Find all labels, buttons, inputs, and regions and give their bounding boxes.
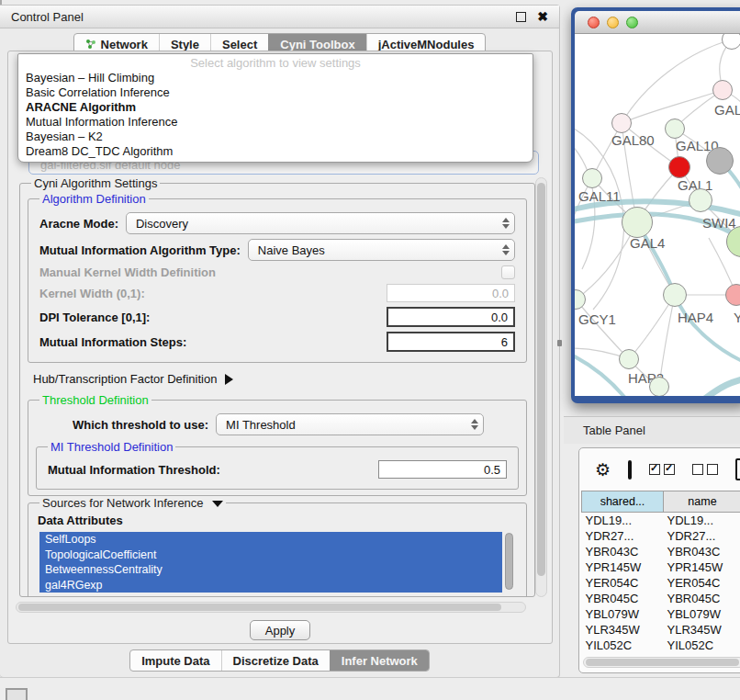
- manual-kernel-checkbox[interactable]: [501, 265, 515, 279]
- expand-right-icon: [225, 374, 233, 385]
- algorithm-option[interactable]: Bayesian – Hill Climbing: [18, 71, 533, 85]
- table-toolbar: ⚙: [579, 448, 740, 491]
- settings-horizontal-scrollbar[interactable]: [16, 602, 526, 613]
- kernel-width-field[interactable]: 0.0: [387, 284, 515, 302]
- table-row[interactable]: YDR27...YDR27...12: [582, 528, 740, 544]
- algorithm-option[interactable]: ARACNE Algorithm: [18, 100, 533, 115]
- table-panel-title: Table Panel: [583, 423, 645, 437]
- gear-icon[interactable]: ⚙: [595, 461, 611, 479]
- table-cell: YIL052C: [664, 638, 740, 653]
- node-attribute-table: shared...name YDL19...YDL19...13YDR27...…: [581, 491, 740, 653]
- column-header-name[interactable]: name: [664, 491, 740, 513]
- algorithm-option[interactable]: Bayesian – K2: [18, 130, 533, 144]
- node-gal10[interactable]: [665, 119, 685, 139]
- tab-impute-data[interactable]: Impute Data: [130, 650, 220, 671]
- mi-type-row: Mutual Information Algorithm Type: Naive…: [39, 239, 515, 261]
- data-attributes-list[interactable]: SelfLoopsTopologicalCoefficientBetweenne…: [39, 532, 515, 596]
- table-panel-header: Table Panel: [564, 416, 740, 444]
- mi-steps-row: Mutual Information Steps: 6: [39, 332, 515, 352]
- table-row[interactable]: YDL19...YDL19...13: [582, 513, 740, 529]
- mi-steps-field[interactable]: 6: [387, 332, 515, 352]
- data-attributes-label: Data Attributes: [38, 514, 517, 527]
- node-hap2[interactable]: [619, 349, 639, 369]
- node-gal80[interactable]: [611, 113, 632, 133]
- table-row[interactable]: YPR145WYPR145W9.: [582, 559, 740, 575]
- table-cell: YDR27...: [582, 528, 664, 544]
- algorithm-option[interactable]: Dream8 DC_TDC Algorithm: [18, 144, 533, 159]
- column-header-shared[interactable]: shared...: [582, 491, 664, 513]
- column-layout-icon[interactable]: [628, 460, 632, 480]
- cyni-toolbox-panel: Select algorithm to view settings Bayesi…: [7, 51, 553, 644]
- node-gal-top[interactable]: [712, 80, 733, 100]
- node-unlabeled-bottom[interactable]: [649, 377, 669, 396]
- table-cell: YIL052C: [582, 638, 664, 653]
- sources-legend: Sources for Network Inference: [39, 496, 226, 510]
- mi-threshold-field[interactable]: 0.5: [378, 460, 507, 479]
- select-all-checkboxes-icon[interactable]: [649, 464, 675, 475]
- algorithm-dropdown-list[interactable]: Select algorithm to view settings Bayesi…: [17, 53, 533, 163]
- table-cell: YBR045C: [664, 591, 740, 606]
- scrollbar-thumb[interactable]: [18, 604, 501, 611]
- close-icon[interactable]: ✖: [537, 10, 548, 23]
- stepper-icon: [466, 419, 483, 430]
- tab-label: Impute Data: [141, 654, 209, 668]
- node-swi4-label: SWI4: [702, 215, 736, 231]
- attribute-list-item[interactable]: SelfLoops: [39, 532, 502, 548]
- collapse-down-icon[interactable]: [212, 501, 223, 507]
- restore-panel-icon[interactable]: [6, 688, 28, 700]
- table-body: YDL19...YDL19...13YDR27...YDR27...12YBR0…: [582, 513, 740, 654]
- attribute-list-item[interactable]: TopologicalCoefficient: [39, 548, 502, 563]
- list-scrollbar[interactable]: [505, 533, 513, 590]
- table-row[interactable]: YLR345WYLR345W9.: [582, 622, 740, 638]
- node-green-mid[interactable]: [689, 188, 712, 212]
- table-row[interactable]: YBR045CYBR045C9.: [582, 591, 740, 606]
- deselect-all-checkboxes-icon[interactable]: [692, 464, 718, 475]
- scrollbar-thumb[interactable]: [537, 183, 545, 576]
- aracne-mode-value: Discovery: [127, 217, 498, 231]
- export-table-icon[interactable]: [735, 458, 740, 480]
- tab-label: Cyni Toolbox: [280, 38, 354, 51]
- tab-discretize-data[interactable]: Discretize Data: [221, 650, 330, 671]
- aracne-mode-select[interactable]: Discovery: [126, 212, 515, 234]
- table-row[interactable]: YBR043CYBR043C: [582, 544, 740, 559]
- close-traffic-light-icon[interactable]: [588, 17, 600, 28]
- table-row[interactable]: YER054CYER054C8.: [582, 575, 740, 591]
- which-threshold-select[interactable]: MI Threshold: [216, 413, 484, 435]
- manual-kernel-label: Manual Kernel Width Definition: [39, 265, 216, 279]
- table-cell: YDR27...: [664, 528, 740, 544]
- mi-algorithm-type-select[interactable]: Naive Bayes: [248, 239, 515, 261]
- bottom-tabbar: Impute DataDiscretize DataInfer Network: [129, 649, 430, 672]
- hub-definition-expander[interactable]: Hub/Transcription Factor Definition: [33, 372, 521, 386]
- node-gal4-label: GAL4: [630, 235, 665, 251]
- table-horizontal-scrollbar[interactable]: [583, 657, 740, 668]
- algorithm-dropdown-prompt: Select algorithm to view settings: [18, 54, 533, 71]
- dpi-tolerance-field[interactable]: 0.0: [387, 307, 515, 327]
- node-gal11[interactable]: [582, 168, 602, 188]
- apply-button[interactable]: Apply: [250, 620, 310, 640]
- node-unlabeled-top[interactable]: [722, 34, 740, 50]
- zoom-traffic-light-icon[interactable]: [626, 17, 638, 28]
- node-hap4[interactable]: [663, 283, 687, 307]
- minimize-traffic-light-icon[interactable]: [607, 17, 619, 28]
- scrollbar-thumb[interactable]: [586, 659, 739, 666]
- algorithm-option[interactable]: Basic Correlation Inference: [18, 85, 533, 100]
- algorithm-option[interactable]: Mutual Information Inference: [18, 115, 533, 130]
- panel-splitter-handle[interactable]: [557, 340, 562, 346]
- node-gal4[interactable]: [622, 207, 653, 238]
- node-gal1-red[interactable]: [668, 156, 690, 178]
- attribute-list-item[interactable]: gal4RGexp: [39, 578, 502, 593]
- network-window-titlebar[interactable]: [575, 11, 740, 34]
- settings-vertical-scrollbar[interactable]: [535, 177, 547, 597]
- float-window-icon[interactable]: [516, 12, 526, 22]
- mi-threshold-row: Mutual Information Threshold: 0.5: [48, 460, 507, 479]
- tab-infer-network[interactable]: Infer Network: [330, 650, 429, 671]
- table-cell: YER054C: [582, 575, 664, 591]
- table-cell: YLR345W: [664, 622, 740, 638]
- network-canvas[interactable]: GALGAL80GAL10GAL1GAL11GAL4SWI4HAP4YGCY1H…: [575, 34, 740, 396]
- table-row[interactable]: YBL079WYBL079W: [582, 606, 740, 622]
- table-row[interactable]: YIL052CYIL052C9: [582, 638, 740, 653]
- tab-label: Network: [101, 38, 148, 51]
- stepper-icon: [498, 218, 514, 229]
- attribute-list-item[interactable]: BetweennessCentrality: [39, 562, 502, 578]
- node-gray[interactable]: [706, 147, 734, 175]
